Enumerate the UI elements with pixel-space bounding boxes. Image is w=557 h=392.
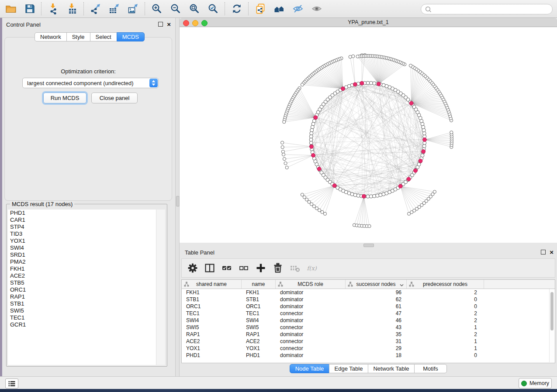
table-row[interactable]: ORC1ORC1dominator610 — [182, 303, 555, 310]
import-network-icon[interactable] — [46, 1, 61, 16]
clone-network-icon[interactable] — [253, 1, 268, 16]
zoom-fit-icon[interactable] — [187, 1, 202, 16]
export-table-icon[interactable] — [107, 1, 122, 16]
close-icon[interactable]: × — [550, 250, 554, 254]
memory-button[interactable]: Memory — [519, 378, 552, 389]
cell-MCDS-role: dominator — [276, 303, 346, 310]
network-view-canvas[interactable] — [180, 27, 557, 243]
zoom-in-icon[interactable] — [149, 1, 164, 16]
tab-motifs[interactable]: Motifs — [414, 364, 447, 373]
table-row[interactable]: SWI5SWI5connector431 — [182, 324, 555, 331]
tab-node-table[interactable]: Node Table — [290, 364, 329, 373]
show-all-icon[interactable] — [309, 1, 324, 16]
vertical-splitter[interactable] — [175, 18, 180, 376]
mcds-result-item[interactable]: YOX1 — [8, 237, 156, 244]
settings-gear-icon[interactable] — [187, 262, 198, 274]
mcds-result-item[interactable]: PMA2 — [8, 258, 156, 265]
column-visibility-icon[interactable] — [204, 262, 215, 274]
cell-shared-name: ORC1 — [182, 303, 242, 310]
network-window-titlebar[interactable]: YPA_prune.txt_1 — [180, 18, 557, 27]
column-header-predecessor-nodes[interactable]: predecessor nodes — [407, 280, 484, 289]
table-row[interactable]: TEC1TEC1connector472 — [182, 310, 555, 317]
table-row[interactable]: YOX1YOX1connector291 — [182, 345, 555, 352]
float-icon[interactable] — [158, 22, 163, 27]
control-panel-title: Control Panel — [6, 21, 41, 28]
mcds-result-item[interactable]: STB5 — [8, 279, 156, 286]
tab-edge-table[interactable]: Edge Table — [329, 364, 368, 373]
save-session-icon[interactable] — [22, 1, 37, 16]
export-image-icon[interactable] — [126, 1, 141, 16]
cell-MCDS-role: dominator — [276, 352, 346, 359]
add-column-icon[interactable] — [255, 262, 266, 274]
column-header-successor-nodes[interactable]: successor nodes — [346, 280, 407, 289]
close-icon[interactable]: × — [167, 22, 171, 27]
tab-style[interactable]: Style — [66, 32, 90, 41]
search-input[interactable] — [432, 5, 552, 14]
float-icon[interactable] — [541, 250, 546, 254]
table-row[interactable]: FKH1FKH1dominator962 — [182, 289, 555, 296]
mcds-result-item[interactable]: SWI5 — [8, 307, 156, 314]
mcds-result-item[interactable]: TID3 — [8, 230, 156, 237]
table-row[interactable]: STB1STB1dominator620 — [182, 296, 555, 303]
mcds-list-scrollbar[interactable] — [156, 210, 165, 365]
zoom-selected-icon[interactable] — [206, 1, 221, 16]
open-file-icon[interactable] — [3, 1, 18, 16]
criterion-dropdown[interactable]: largest connected component (undirected) — [22, 78, 159, 88]
table-row[interactable]: ACE2ACE2connector311 — [182, 338, 555, 345]
splitter-handle[interactable] — [176, 196, 180, 206]
zoom-out-icon[interactable] — [168, 1, 183, 16]
task-history-button[interactable] — [5, 378, 18, 389]
mcds-result-item[interactable]: ORC1 — [8, 286, 156, 293]
cell-successor-nodes: 61 — [346, 303, 407, 310]
cell-predecessor-nodes: 2 — [407, 331, 484, 338]
deselect-all-icon[interactable] — [238, 262, 249, 274]
import-table-icon[interactable] — [65, 1, 80, 16]
mcds-result-title: MCDS result (17 nodes) — [10, 201, 74, 207]
table-row[interactable]: RAP1RAP1dominator352 — [182, 331, 555, 338]
mcds-result-item[interactable]: STP4 — [8, 224, 156, 230]
mcds-panel: Optimization criterion: largest connecte… — [4, 37, 172, 201]
hide-selected-icon[interactable] — [291, 1, 305, 16]
mcds-result-item[interactable]: GCR1 — [8, 321, 156, 328]
mcds-result-list[interactable]: PHD1CAR1STP4TID3YOX1SWI4SRD1PMA2FKH1ACE2… — [8, 210, 156, 365]
shared-column-icon — [409, 282, 414, 288]
mcds-result-item[interactable]: SWI4 — [8, 244, 156, 251]
search-box[interactable] — [421, 4, 553, 14]
column-header-name[interactable]: name — [242, 280, 276, 289]
mcds-result-item[interactable]: PHD1 — [8, 210, 156, 217]
scrollbar-thumb[interactable] — [550, 292, 554, 330]
cell-successor-nodes: 18 — [346, 352, 407, 359]
first-neighbors-icon[interactable] — [272, 1, 287, 16]
tab-network[interactable]: Network — [35, 32, 67, 41]
mcds-result-item[interactable]: ACE2 — [8, 272, 156, 279]
mcds-result-item[interactable]: CAR1 — [8, 217, 156, 224]
mcds-result-item[interactable]: STB1 — [8, 300, 156, 307]
run-mcds-button[interactable]: Run MCDS — [43, 93, 86, 103]
cell-shared-name: TEC1 — [182, 310, 242, 317]
network-graph[interactable] — [180, 27, 557, 243]
column-header-shared-name[interactable]: shared name — [182, 280, 242, 289]
function-builder-disabled-icon: f(x) — [306, 262, 318, 274]
horizontal-splitter[interactable] — [180, 243, 557, 247]
tab-select[interactable]: Select — [90, 32, 117, 41]
mcds-result-item[interactable]: RAP1 — [8, 293, 156, 300]
table-row[interactable]: PHD1PHD1dominator180 — [182, 352, 555, 359]
cell-shared-name: PHD1 — [182, 352, 242, 359]
splitter-handle[interactable] — [363, 244, 374, 247]
tab-mcds[interactable]: MCDS — [117, 32, 145, 41]
select-all-icon[interactable] — [221, 262, 232, 274]
tab-network-table[interactable]: Network Table — [368, 364, 415, 373]
node-table[interactable]: shared namenameMCDS rolesuccessor nodesp… — [181, 279, 555, 363]
column-label: predecessor nodes — [423, 281, 467, 287]
refresh-icon[interactable] — [229, 1, 244, 16]
export-network-icon[interactable] — [88, 1, 103, 16]
mcds-result-item[interactable]: SRD1 — [8, 251, 156, 258]
mcds-result-item[interactable]: FKH1 — [8, 265, 156, 272]
mcds-result-item[interactable]: TEC1 — [8, 314, 156, 321]
table-scrollbar[interactable] — [549, 289, 554, 362]
table-row[interactable]: SWI4SWI4dominator462 — [182, 317, 555, 324]
column-header-MCDS-role[interactable]: MCDS role — [276, 280, 346, 289]
memory-status-icon — [521, 381, 527, 386]
close-panel-button[interactable]: Close panel — [91, 93, 138, 103]
delete-column-icon[interactable] — [272, 262, 284, 274]
